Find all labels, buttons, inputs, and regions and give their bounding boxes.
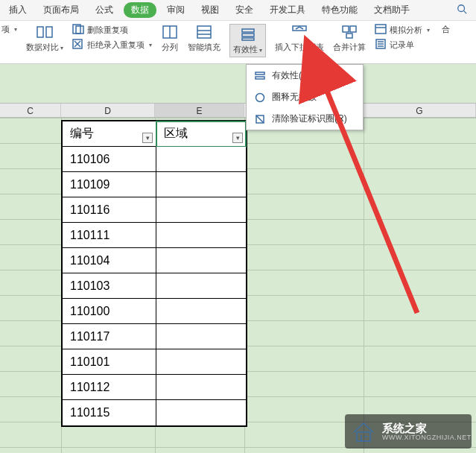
simulation-label: 模拟分析	[390, 25, 422, 36]
svg-point-0	[458, 5, 465, 12]
smart-fill-icon	[195, 24, 213, 40]
reject-duplicate-entry-button[interactable]: 拒绝录入重复项▾	[72, 39, 152, 51]
split-columns-button[interactable]: 分列	[161, 24, 179, 53]
menu-clear-circles[interactable]: 清除验证标识圈(R)	[247, 108, 363, 130]
table-row[interactable]: 110115	[63, 400, 156, 425]
table-row[interactable]: 110116	[63, 197, 156, 223]
header-code[interactable]: 编号 ▾	[63, 121, 156, 147]
svg-line-31	[256, 115, 264, 123]
table-row[interactable]: 110109	[63, 172, 156, 197]
insert-dropdown-label: 插入下拉列表	[275, 42, 324, 53]
menu-validity[interactable]: 有效性(V)	[247, 65, 363, 86]
header-code-label: 编号	[70, 126, 94, 142]
table-row[interactable]: 110100	[63, 299, 156, 324]
simulation-analysis-button[interactable]: 模拟分析▾	[375, 24, 430, 36]
table-row[interactable]	[156, 172, 246, 197]
delete-duplicates-button[interactable]: 删除重复项	[72, 24, 152, 36]
col-e[interactable]: E	[155, 104, 244, 117]
table-row[interactable]	[156, 197, 246, 223]
smart-fill-label: 智能填充	[188, 42, 220, 53]
table-row[interactable]	[156, 273, 246, 299]
menu-circle-invalid-icon	[254, 92, 266, 104]
table-row[interactable]: 110117	[63, 324, 156, 349]
filter-code-icon[interactable]: ▾	[142, 133, 153, 143]
search-icon[interactable]	[457, 4, 473, 16]
reject-duplicate-label: 拒绝录入重复项	[87, 39, 145, 51]
delete-duplicates-icon	[72, 24, 84, 36]
tab-review[interactable]: 审阅	[161, 1, 191, 19]
ribbon-left-dropdown[interactable]: 项▾	[1, 24, 17, 35]
tab-pagelayout[interactable]: 页面布局	[37, 1, 85, 19]
column-headers: C D E G	[0, 103, 476, 118]
col-d[interactable]: D	[61, 104, 155, 117]
svg-rect-27	[256, 72, 264, 75]
menu-validity-icon	[254, 70, 266, 82]
data-compare-button[interactable]: 数据对比▾	[26, 24, 63, 53]
svg-rect-18	[343, 26, 349, 32]
col-g[interactable]: G	[364, 104, 476, 117]
record-form-button[interactable]: 记录单	[375, 39, 430, 51]
svg-rect-15	[242, 34, 254, 37]
table-row[interactable]: 110103	[63, 273, 156, 299]
ribbon: 项▾ 数据对比▾ 删除重复项 拒绝录入重复项▾ 分列 智能填充 有效性▾ 插入下…	[0, 21, 476, 64]
validity-dropdown-menu: 有效性(V) 圈释无效数 清除验证标识圈(R)	[246, 64, 364, 130]
merge-calc-icon	[340, 24, 358, 40]
reject-duplicate-icon	[72, 39, 84, 51]
merge-calc-button[interactable]: 合并计算	[333, 24, 366, 53]
tab-dochelper[interactable]: 文档助手	[368, 1, 416, 19]
svg-rect-5	[76, 26, 83, 34]
col-c[interactable]: C	[0, 104, 61, 117]
svg-rect-14	[242, 29, 254, 32]
smart-fill-button[interactable]: 智能填充	[188, 24, 220, 53]
table-row[interactable]: 110111	[63, 223, 156, 248]
svg-line-1	[464, 11, 467, 14]
tab-insert[interactable]: 插入	[3, 1, 33, 19]
table-row[interactable]	[156, 375, 246, 400]
filter-region-icon[interactable]: ▾	[232, 133, 243, 143]
menu-validity-label: 有效性(V)	[272, 69, 311, 82]
table-row[interactable]	[156, 223, 246, 248]
insert-dropdown-list-button[interactable]: 插入下拉列表	[275, 24, 324, 53]
tab-special[interactable]: 特色功能	[316, 1, 364, 19]
table-row[interactable]	[156, 324, 246, 349]
ribbon-left-dropdown-label: 项	[1, 24, 10, 35]
ribbon-right-cut[interactable]: 合	[442, 24, 450, 35]
header-region[interactable]: 区域 ▾	[156, 121, 246, 147]
table-row[interactable]: 110112	[63, 375, 156, 400]
validity-button[interactable]: 有效性▾	[229, 24, 266, 57]
tab-view[interactable]: 视图	[195, 1, 225, 19]
split-columns-label: 分列	[162, 42, 178, 53]
svg-rect-21	[375, 25, 386, 34]
table-row[interactable]: 110104	[63, 248, 156, 273]
table-row[interactable]: 110101	[63, 349, 156, 375]
table-row[interactable]: 110106	[63, 147, 156, 172]
data-table: 编号 ▾ 区域 ▾ 110106 110109 110116 110111 11…	[61, 120, 247, 427]
menu-circle-invalid[interactable]: 圈释无效数	[247, 86, 363, 108]
table-row[interactable]	[156, 400, 246, 425]
svg-rect-11	[197, 26, 211, 38]
table-row[interactable]	[156, 349, 246, 375]
watermark-url: WWW.XITONGZHIJIA.NET	[382, 434, 472, 441]
ribbon-right-cut-label: 合	[442, 24, 450, 35]
tab-data[interactable]: 数据	[124, 2, 156, 18]
data-compare-label: 数据对比	[26, 42, 59, 51]
tab-formula[interactable]: 公式	[89, 1, 119, 19]
svg-rect-20	[346, 34, 352, 38]
ribbon-tabs: 插入 页面布局 公式 数据 审阅 视图 安全 开发工具 特色功能 文档助手	[0, 0, 476, 21]
validity-label: 有效性	[233, 45, 258, 54]
svg-rect-2	[37, 27, 43, 37]
merge-calc-label: 合并计算	[333, 42, 366, 53]
header-region-label: 区域	[164, 126, 188, 142]
svg-rect-3	[46, 27, 52, 37]
table-row[interactable]	[156, 147, 246, 172]
table-row[interactable]	[156, 248, 246, 273]
menu-clear-circles-icon	[254, 113, 266, 125]
svg-rect-28	[256, 77, 264, 79]
table-row[interactable]	[156, 299, 246, 324]
svg-rect-33	[357, 432, 370, 441]
tab-security[interactable]: 安全	[229, 1, 259, 19]
menu-clear-circles-label: 清除验证标识圈(R)	[272, 113, 347, 125]
tab-devtools[interactable]: 开发工具	[264, 1, 311, 19]
data-compare-icon	[36, 24, 54, 40]
split-columns-icon	[161, 24, 179, 40]
